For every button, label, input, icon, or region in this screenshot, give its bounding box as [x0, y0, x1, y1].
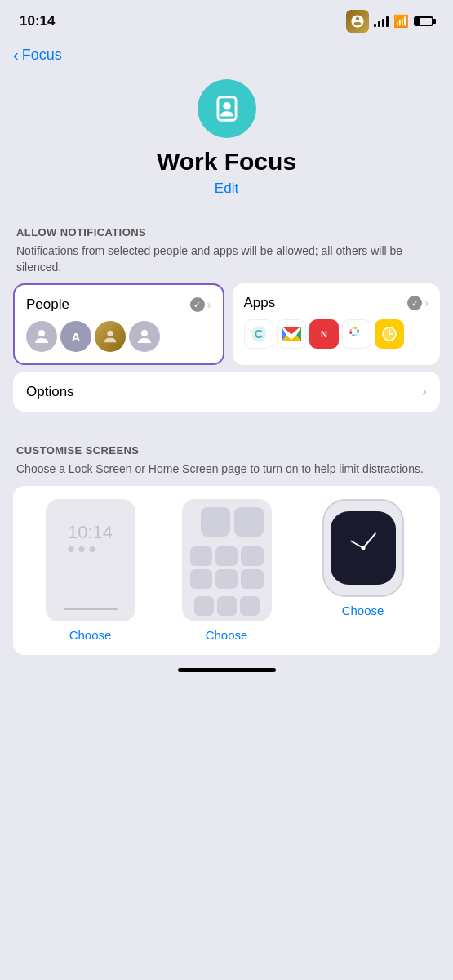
- watch-clock-face: [339, 523, 388, 572]
- lock-screen-preview: 10:14: [46, 499, 135, 621]
- app-icon-red: N: [309, 319, 339, 349]
- app-icon-slack: [342, 319, 371, 349]
- svg-point-3: [107, 331, 113, 336]
- dock-icon-3: [240, 596, 260, 616]
- apps-card[interactable]: Apps ✓ › C: [233, 283, 441, 365]
- people-card-arrow: ✓ ›: [190, 297, 211, 312]
- back-label: Focus: [22, 47, 62, 64]
- app-icons: C N: [244, 319, 429, 349]
- svg-text:C: C: [254, 327, 263, 341]
- header-section: Work Focus Edit: [0, 71, 453, 213]
- apps-check-icon: ✓: [407, 296, 422, 310]
- svg-text:N: N: [321, 329, 327, 339]
- grid-icon-4: [190, 569, 212, 589]
- back-nav[interactable]: ‹ Focus: [0, 39, 453, 71]
- status-bar: 10:14 📶: [0, 0, 453, 39]
- active-app-icon: [346, 10, 369, 33]
- svg-rect-14: [357, 329, 359, 332]
- customise-screens-section: CUSTOMISE SCREENS Choose a Lock Screen o…: [0, 431, 453, 655]
- customise-screens-label: CUSTOMISE SCREENS: [0, 431, 453, 461]
- svg-point-4: [141, 330, 148, 336]
- focus-title: Work Focus: [157, 148, 296, 176]
- avatar-1: [26, 321, 57, 352]
- home-top-icon-2: [234, 507, 264, 537]
- lock-time-display: 10:14: [68, 522, 113, 552]
- home-indicator-bar: [178, 668, 276, 672]
- apps-card-arrow: ✓ ›: [407, 296, 429, 310]
- back-chevron-icon: ‹: [13, 46, 19, 65]
- allow-notifications-label: ALLOW NOTIFICATIONS: [0, 213, 453, 243]
- avatar-3: [95, 321, 126, 352]
- focus-icon-circle: [198, 79, 256, 138]
- people-card[interactable]: People ✓ › A: [13, 283, 224, 365]
- home-screen-item[interactable]: Choose: [162, 499, 291, 642]
- lock-time-text: 10:14: [68, 522, 113, 543]
- people-chevron-icon: ›: [207, 298, 211, 311]
- customise-screens-desc: Choose a Lock Screen or Home Screen page…: [0, 461, 453, 486]
- svg-rect-9: [346, 323, 367, 345]
- home-screen-choose[interactable]: Choose: [206, 628, 248, 642]
- home-top-icons: [190, 507, 264, 537]
- grid-icon-1: [190, 546, 212, 566]
- bottom-indicator: [0, 655, 453, 679]
- battery-icon: [414, 16, 433, 26]
- watch-center-dot: [361, 546, 365, 550]
- dock-icon-2: [217, 596, 237, 616]
- grid-icon-6: [241, 569, 263, 589]
- app-icon-craft: C: [244, 319, 273, 349]
- grid-icon-2: [215, 546, 238, 566]
- svg-rect-17: [352, 327, 354, 330]
- lock-dot-1: [68, 546, 73, 552]
- home-dock: [190, 596, 264, 616]
- lock-bottom-line: [64, 608, 118, 610]
- svg-rect-11: [349, 329, 352, 332]
- screens-row: 10:14 Choose: [26, 499, 427, 642]
- svg-rect-13: [354, 334, 357, 336]
- svg-rect-16: [354, 327, 357, 330]
- svg-point-2: [38, 330, 45, 336]
- grid-icon-3: [241, 546, 263, 566]
- avatar-4: [129, 321, 160, 352]
- home-top-icon-1: [201, 507, 230, 537]
- avatar-2: A: [60, 321, 91, 352]
- lock-dot-3: [89, 546, 95, 552]
- svg-point-1: [223, 102, 231, 109]
- svg-rect-15: [357, 332, 359, 334]
- apps-chevron-icon: ›: [424, 296, 429, 310]
- grid-icon-5: [215, 569, 238, 589]
- watch-face: [331, 511, 396, 585]
- screens-card: 10:14 Choose: [13, 486, 440, 655]
- app-icon-clock: [375, 319, 404, 349]
- wifi-icon: 📶: [393, 14, 409, 29]
- options-chevron-icon: ›: [422, 383, 427, 400]
- lock-dot-2: [78, 546, 84, 552]
- apps-card-title: Apps: [244, 295, 276, 311]
- dock-icon-1: [194, 596, 214, 616]
- home-icon-grid: [190, 546, 264, 589]
- home-screen-preview: [182, 499, 272, 621]
- lock-screen-item[interactable]: 10:14 Choose: [26, 499, 154, 642]
- options-label: Options: [26, 384, 74, 400]
- watch-item[interactable]: Choose: [299, 499, 427, 642]
- people-avatars: A: [26, 321, 211, 352]
- watch-choose[interactable]: Choose: [342, 604, 384, 617]
- edit-link[interactable]: Edit: [215, 180, 238, 197]
- signal-icon: [374, 16, 389, 27]
- allow-notifications-desc: Notifications from selected people and a…: [0, 243, 453, 283]
- svg-rect-10: [349, 332, 352, 334]
- people-check-icon: ✓: [190, 297, 205, 312]
- svg-rect-12: [352, 334, 354, 336]
- status-time: 10:14: [20, 13, 55, 29]
- people-card-title: People: [26, 296, 69, 313]
- watch-preview: [322, 499, 404, 597]
- notification-cards-row: People ✓ › A: [0, 283, 453, 365]
- options-card[interactable]: Options ›: [13, 372, 440, 412]
- lock-screen-choose[interactable]: Choose: [69, 628, 112, 642]
- app-icon-gmail: [277, 319, 306, 349]
